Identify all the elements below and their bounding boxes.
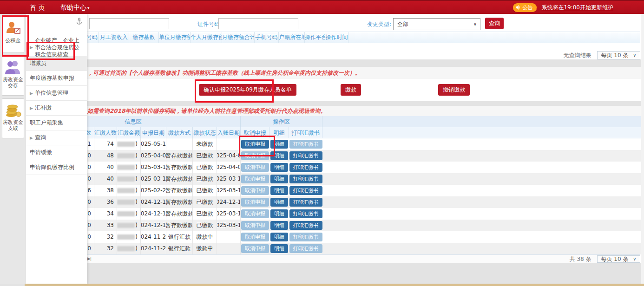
menu-item-6[interactable]: ▶查询 (26, 130, 87, 145)
remittance-col-header: 缴款状态 (193, 127, 217, 138)
id-number-input[interactable] (218, 18, 298, 29)
no-result-hint: 无查询结果 (564, 52, 591, 59)
menu-item-7[interactable]: 申请缓缴 (26, 145, 87, 160)
nav-help-center[interactable]: 帮助中心▾ (60, 1, 90, 14)
nav-home[interactable]: 首 页 (30, 1, 45, 14)
detail-button[interactable]: 明细 (270, 140, 288, 149)
print-remittance-button[interactable]: 打印汇缴书 (289, 151, 322, 160)
cell-people: 48 (94, 150, 117, 162)
cancel-declare-button[interactable]: 取消申报 (241, 198, 269, 207)
menu-item-label: 增减员 (30, 59, 46, 67)
total-count: 共 38 条 (570, 255, 591, 263)
detail-button[interactable]: 明细 (270, 198, 288, 207)
coins-icon (5, 103, 21, 117)
page-size-select[interactable]: 每页 10 条 ∨ (597, 51, 641, 59)
rail-item-housing-deposit[interactable]: 房改资金 交存 (2, 56, 24, 96)
cancel-declare-button[interactable]: 取消申报 (241, 209, 269, 218)
cell-declare-date: 2025-03-14 (141, 162, 166, 173)
cancel-declare-button[interactable]: 取消申报 (241, 175, 269, 183)
side-menu: ▶企业破产、企业上市合法合规住房公积金信息核查增减员年度缴存基数申报▶单位信息管… (26, 14, 87, 284)
confirm-declare-button[interactable]: 确认申报2025年09月缴存人员名单 (199, 84, 296, 96)
cancel-declare-button[interactable]: 取消申报 (241, 151, 269, 160)
cell-pay-method (166, 138, 193, 150)
cell-amount-redacted: ) (117, 208, 141, 220)
cell-entry-date: 2025-03-14 (217, 173, 241, 185)
keyword-input[interactable] (89, 18, 169, 29)
menu-item-1[interactable]: 增减员 (26, 56, 87, 71)
cancel-declare-button[interactable]: 取消申报 (241, 221, 269, 230)
cell-entry-date: 2025-04-09 (217, 150, 241, 162)
print-remittance-button[interactable]: 打印汇缴书 (289, 175, 322, 183)
detail-button[interactable]: 明细 (270, 209, 288, 218)
last-page-icon[interactable]: ▶| (87, 256, 91, 261)
expand-arrow-icon: ▶ (30, 106, 33, 110)
cell-entry-date: 2025-03-14 (217, 220, 241, 231)
revoke-pay-button[interactable]: 撤销缴款 (438, 84, 470, 96)
cancel-declare-button[interactable]: 取消申报 (241, 163, 269, 172)
cell-pay-status: 未缴款 (193, 138, 217, 150)
print-remittance-button[interactable]: 打印汇缴书 (289, 198, 322, 207)
detail-button[interactable]: 明细 (270, 175, 288, 183)
menu-item-2[interactable]: 年度缴存基数申报 (26, 71, 87, 86)
employee-col-header: 操作平台 (305, 32, 325, 43)
print-remittance-button[interactable]: 打印汇缴书 (289, 186, 322, 195)
cell-pay-method: 暂存款缴款 (166, 173, 193, 185)
change-type-select[interactable]: 全部 ∨ (393, 18, 480, 30)
detail-button[interactable]: 明细 (270, 163, 288, 172)
page-size-value: 每页 10 条 (601, 52, 629, 59)
page-size-select-bottom[interactable]: 每页 10 条 ∨ (597, 255, 641, 263)
print-remittance-button[interactable]: 打印汇缴书 (289, 244, 322, 253)
detail-button[interactable]: 明细 (270, 244, 288, 253)
cancel-declare-button[interactable]: 取消申报 (241, 186, 269, 195)
menu-item-label: 企业破产、企业上市合法合规住房公积金信息核查 (35, 37, 84, 58)
menu-item-5[interactable]: 职工户籍采集 (26, 116, 87, 130)
print-remittance-button[interactable]: 打印汇缴书 (289, 233, 322, 241)
header-filler (348, 32, 640, 43)
print-remittance-button[interactable]: 打印汇缴书 (289, 221, 322, 230)
remittance-col-header: 申报日期 (141, 127, 166, 138)
menu-item-4[interactable]: ▶汇补缴 (26, 101, 87, 116)
redacted-value (117, 176, 135, 182)
menu-item-3[interactable]: ▶单位信息管理 (26, 86, 87, 101)
detail-button[interactable]: 明细 (270, 151, 288, 160)
detail-button[interactable]: 明细 (270, 186, 288, 195)
rail-item-housing-withdraw[interactable]: 房改资金 支取 (2, 98, 24, 138)
cancel-declare-button[interactable]: 取消申报 (241, 233, 269, 241)
anchor-icon[interactable] (76, 18, 82, 25)
print-remittance-button[interactable]: 打印汇缴书 (289, 140, 322, 149)
cell-entry-date (217, 243, 241, 254)
print-remittance-button[interactable]: 打印汇缴书 (289, 163, 322, 172)
group-header-ops: 操作区 (241, 116, 322, 127)
remittance-row: 034)2024-12-13暂存款缴款已缴款2025-03-14取消申报明细打印… (26, 208, 641, 220)
change-type-value: 全部 (397, 21, 408, 27)
cell-declare-date: 2025-03-14 (141, 173, 166, 185)
pay-button[interactable]: 缴款 (341, 84, 361, 96)
menu-item-label: 查询 (35, 134, 46, 142)
cell-declare-date: 2024-12-13 (141, 208, 166, 220)
base-adjust-notice: ，可通过首页的【个人缴存基数修改】功能调整职工缴存基数（线上渠道住房公积金年度内… (87, 67, 361, 79)
cell-amount-redacted: ) (117, 150, 141, 162)
cell-people: 32 (94, 231, 117, 243)
top-navbar: 首 页 帮助中心▾ 公告 系统将在19:00开始更新维护 (0, 0, 644, 14)
cell-declare-date: 2024-12-18 (141, 196, 166, 208)
notice-band-1: ，可通过首页的【个人缴存基数修改】功能调整职工缴存基数（线上渠道住房公积金年度内… (26, 67, 641, 79)
cell-amount-redacted: ) (117, 173, 141, 185)
menu-item-0[interactable]: ▶企业破产、企业上市合法合规住房公积金信息核查 (26, 39, 87, 56)
rail-item-provident-fund[interactable]: 公积金 (2, 16, 24, 53)
detail-button[interactable]: 明细 (270, 221, 288, 230)
employee-col-header: 个人月缴存额 (191, 32, 222, 43)
cell-pay-method: 暂存款缴款 (166, 220, 193, 231)
menu-item-8[interactable]: 申请降低缴存比例 (26, 160, 87, 175)
expand-arrow-icon: ▶ (30, 91, 33, 96)
cell-amount-redacted: ) (117, 231, 141, 243)
cell-entry-date (217, 138, 241, 150)
chevron-down-icon: ∨ (633, 52, 636, 59)
cancel-declare-button[interactable]: 取消申报 (241, 140, 269, 149)
print-remittance-button[interactable]: 打印汇缴书 (289, 209, 322, 218)
search-button[interactable]: 查询 (485, 18, 504, 29)
employee-col-header: 月缴存额合计 (222, 32, 255, 43)
detail-button[interactable]: 明细 (270, 233, 288, 241)
cancel-declare-button[interactable]: 取消申报 (241, 244, 269, 253)
maintenance-announcement-link[interactable]: 系统将在19:00开始更新维护 (541, 4, 613, 12)
cell-amount-redacted: ) (117, 243, 141, 254)
